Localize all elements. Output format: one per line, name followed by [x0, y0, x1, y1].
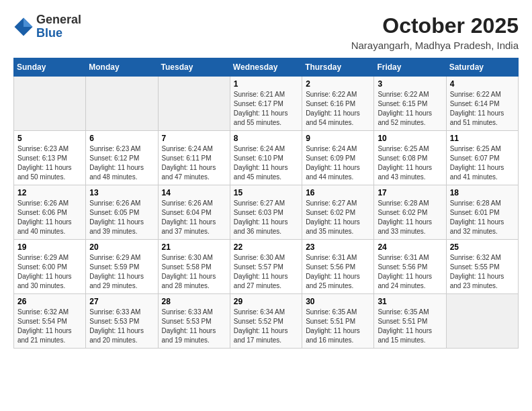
day-info: Sunrise: 6:25 AMSunset: 6:08 PMDaylight:…	[378, 144, 442, 182]
day-info: Sunrise: 6:33 AMSunset: 5:53 PMDaylight:…	[162, 308, 226, 345]
day-cell: 9Sunrise: 6:24 AMSunset: 6:09 PMDaylight…	[302, 131, 374, 185]
day-info: Sunrise: 6:25 AMSunset: 6:07 PMDaylight:…	[450, 144, 515, 182]
day-info: Sunrise: 6:33 AMSunset: 5:53 PMDaylight:…	[89, 308, 154, 345]
day-number: 3	[378, 79, 442, 89]
dow-friday: Friday	[374, 58, 446, 77]
day-cell: 21Sunrise: 6:30 AMSunset: 5:58 PMDayligh…	[158, 240, 230, 294]
day-cell: 20Sunrise: 6:29 AMSunset: 5:59 PMDayligh…	[86, 240, 158, 294]
day-cell: 8Sunrise: 6:24 AMSunset: 6:10 PMDaylight…	[230, 131, 302, 185]
day-number: 5	[17, 134, 82, 143]
day-number: 8	[234, 134, 298, 143]
day-info: Sunrise: 6:35 AMSunset: 5:51 PMDaylight:…	[306, 308, 370, 345]
week-row-2: 12Sunrise: 6:26 AMSunset: 6:06 PMDayligh…	[14, 185, 519, 240]
day-info: Sunrise: 6:23 AMSunset: 6:13 PMDaylight:…	[17, 144, 82, 182]
calendar-table: SundayMondayTuesdayWednesdayThursdayFrid…	[13, 58, 519, 349]
day-number: 28	[162, 297, 226, 306]
day-info: Sunrise: 6:26 AMSunset: 6:06 PMDaylight:…	[17, 199, 82, 236]
week-row-4: 26Sunrise: 6:32 AMSunset: 5:54 PMDayligh…	[14, 294, 519, 349]
day-info: Sunrise: 6:34 AMSunset: 5:52 PMDaylight:…	[234, 308, 298, 345]
day-number: 23	[306, 242, 370, 252]
day-cell: 29Sunrise: 6:34 AMSunset: 5:52 PMDayligh…	[230, 294, 302, 349]
day-number: 4	[450, 79, 515, 89]
day-info: Sunrise: 6:30 AMSunset: 5:57 PMDaylight:…	[234, 253, 298, 291]
day-number: 7	[162, 134, 226, 143]
dow-tuesday: Tuesday	[158, 58, 230, 77]
day-cell: 1Sunrise: 6:21 AMSunset: 6:17 PMDaylight…	[230, 77, 302, 131]
day-cell	[158, 77, 230, 131]
day-cell: 13Sunrise: 6:26 AMSunset: 6:05 PMDayligh…	[86, 185, 158, 240]
month-year: October 2025	[351, 13, 519, 38]
logo: General Blue	[13, 13, 81, 40]
day-cell: 7Sunrise: 6:24 AMSunset: 6:11 PMDaylight…	[158, 131, 230, 185]
day-cell: 28Sunrise: 6:33 AMSunset: 5:53 PMDayligh…	[158, 294, 230, 349]
day-cell: 2Sunrise: 6:22 AMSunset: 6:16 PMDaylight…	[302, 77, 374, 131]
day-cell: 23Sunrise: 6:31 AMSunset: 5:56 PMDayligh…	[302, 240, 374, 294]
day-info: Sunrise: 6:23 AMSunset: 6:12 PMDaylight:…	[89, 144, 154, 182]
day-number: 21	[162, 242, 226, 252]
day-cell: 31Sunrise: 6:35 AMSunset: 5:51 PMDayligh…	[374, 294, 446, 349]
days-of-week-row: SundayMondayTuesdayWednesdayThursdayFrid…	[14, 58, 519, 77]
day-info: Sunrise: 6:30 AMSunset: 5:58 PMDaylight:…	[162, 253, 226, 291]
dow-saturday: Saturday	[446, 58, 518, 77]
day-number: 20	[89, 242, 154, 252]
day-number: 13	[89, 188, 154, 197]
svg-marker-1	[24, 17, 33, 27]
logo-text: General Blue	[36, 13, 81, 40]
day-info: Sunrise: 6:22 AMSunset: 6:14 PMDaylight:…	[450, 90, 515, 128]
week-row-3: 19Sunrise: 6:29 AMSunset: 6:00 PMDayligh…	[14, 240, 519, 294]
dow-wednesday: Wednesday	[230, 58, 302, 77]
day-number: 22	[234, 242, 298, 252]
day-info: Sunrise: 6:24 AMSunset: 6:10 PMDaylight:…	[234, 144, 298, 182]
day-info: Sunrise: 6:22 AMSunset: 6:16 PMDaylight:…	[306, 90, 370, 128]
day-number: 2	[306, 79, 370, 89]
day-cell: 14Sunrise: 6:26 AMSunset: 6:04 PMDayligh…	[158, 185, 230, 240]
day-number: 25	[450, 242, 515, 252]
day-number: 16	[306, 188, 370, 197]
day-number: 10	[378, 134, 442, 143]
day-info: Sunrise: 6:31 AMSunset: 5:56 PMDaylight:…	[306, 253, 370, 291]
day-cell: 5Sunrise: 6:23 AMSunset: 6:13 PMDaylight…	[14, 131, 86, 185]
day-number: 17	[378, 188, 442, 197]
location: Narayangarh, Madhya Pradesh, India	[351, 40, 519, 51]
day-info: Sunrise: 6:31 AMSunset: 5:56 PMDaylight:…	[378, 253, 442, 291]
dow-thursday: Thursday	[302, 58, 374, 77]
day-info: Sunrise: 6:32 AMSunset: 5:55 PMDaylight:…	[450, 253, 515, 291]
day-cell: 22Sunrise: 6:30 AMSunset: 5:57 PMDayligh…	[230, 240, 302, 294]
day-number: 31	[378, 297, 442, 306]
day-info: Sunrise: 6:24 AMSunset: 6:09 PMDaylight:…	[306, 144, 370, 182]
day-info: Sunrise: 6:21 AMSunset: 6:17 PMDaylight:…	[234, 90, 298, 128]
day-number: 24	[378, 242, 442, 252]
day-cell: 25Sunrise: 6:32 AMSunset: 5:55 PMDayligh…	[446, 240, 518, 294]
day-cell: 12Sunrise: 6:26 AMSunset: 6:06 PMDayligh…	[14, 185, 86, 240]
day-cell: 6Sunrise: 6:23 AMSunset: 6:12 PMDaylight…	[86, 131, 158, 185]
day-info: Sunrise: 6:26 AMSunset: 6:05 PMDaylight:…	[89, 199, 154, 236]
logo-icon	[13, 17, 34, 37]
day-info: Sunrise: 6:22 AMSunset: 6:15 PMDaylight:…	[378, 90, 442, 128]
day-cell: 10Sunrise: 6:25 AMSunset: 6:08 PMDayligh…	[374, 131, 446, 185]
day-cell: 18Sunrise: 6:28 AMSunset: 6:01 PMDayligh…	[446, 185, 518, 240]
day-number: 15	[234, 188, 298, 197]
dow-monday: Monday	[86, 58, 158, 77]
day-info: Sunrise: 6:27 AMSunset: 6:02 PMDaylight:…	[306, 199, 370, 236]
day-cell: 30Sunrise: 6:35 AMSunset: 5:51 PMDayligh…	[302, 294, 374, 349]
day-cell	[446, 294, 518, 349]
day-cell: 11Sunrise: 6:25 AMSunset: 6:07 PMDayligh…	[446, 131, 518, 185]
day-info: Sunrise: 6:24 AMSunset: 6:11 PMDaylight:…	[162, 144, 226, 182]
day-cell	[14, 77, 86, 131]
day-cell: 17Sunrise: 6:28 AMSunset: 6:02 PMDayligh…	[374, 185, 446, 240]
day-cell: 24Sunrise: 6:31 AMSunset: 5:56 PMDayligh…	[374, 240, 446, 294]
day-info: Sunrise: 6:28 AMSunset: 6:01 PMDaylight:…	[450, 199, 515, 236]
day-cell: 19Sunrise: 6:29 AMSunset: 6:00 PMDayligh…	[14, 240, 86, 294]
day-number: 9	[306, 134, 370, 143]
day-cell: 26Sunrise: 6:32 AMSunset: 5:54 PMDayligh…	[14, 294, 86, 349]
day-info: Sunrise: 6:29 AMSunset: 6:00 PMDaylight:…	[17, 253, 82, 291]
day-info: Sunrise: 6:26 AMSunset: 6:04 PMDaylight:…	[162, 199, 226, 236]
day-info: Sunrise: 6:29 AMSunset: 5:59 PMDaylight:…	[89, 253, 154, 291]
day-number: 12	[17, 188, 82, 197]
day-cell: 16Sunrise: 6:27 AMSunset: 6:02 PMDayligh…	[302, 185, 374, 240]
day-cell: 4Sunrise: 6:22 AMSunset: 6:14 PMDaylight…	[446, 77, 518, 131]
day-number: 18	[450, 188, 515, 197]
day-info: Sunrise: 6:28 AMSunset: 6:02 PMDaylight:…	[378, 199, 442, 236]
week-row-0: 1Sunrise: 6:21 AMSunset: 6:17 PMDaylight…	[14, 77, 519, 131]
day-number: 29	[234, 297, 298, 306]
